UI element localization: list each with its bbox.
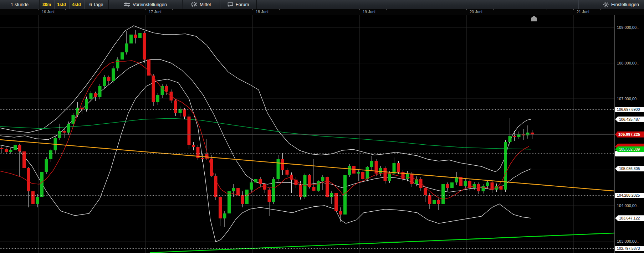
indicator-value-tag: 103.647,122 <box>615 215 644 221</box>
chart-canvas[interactable] <box>0 0 614 253</box>
axis-price-label: 103.000,00.. <box>615 239 644 244</box>
toolbar-spacer <box>257 0 578 9</box>
time-axis[interactable]: 16 Juni17 Juni18 Juni19 Juni20 Juni21 Ju… <box>0 9 644 15</box>
chart-svg <box>0 0 614 253</box>
axis-price-label: 107.000,00.. <box>615 97 644 101</box>
alert-level-tag[interactable]: 104.288,2025 <box>615 193 644 198</box>
time-label: 16 Juni <box>42 10 54 14</box>
price-axis[interactable]: 109.000,00..108.000,00..107.000,00..104.… <box>614 15 644 253</box>
alert-level-tag[interactable]: 102.797,5873 <box>615 246 644 251</box>
speech-bubble-icon <box>228 2 233 7</box>
time-label: 17 Juni <box>149 10 161 14</box>
ma-green-tag: 105.582,889 <box>615 146 644 152</box>
mittel-button[interactable]: Mittel <box>183 0 220 9</box>
last-price-tag[interactable]: 105.997,225 <box>615 131 644 138</box>
indicator-value-tag: 105.036,305 <box>615 166 644 171</box>
time-label: 19 Juni <box>363 10 375 14</box>
alert-level-tag[interactable]: 106.697,6900 <box>615 107 644 112</box>
trading-app: 1 stunde 30m 1std 4std 6 Tage Voreinstel… <box>0 0 644 253</box>
gear-icon <box>603 2 609 7</box>
time-label: 18 Juni <box>256 10 268 14</box>
voreinstellungen-button[interactable]: Voreinstellungen <box>109 0 183 9</box>
candles-down <box>0 33 534 218</box>
timeframe-current-button[interactable]: 1 stunde <box>0 0 40 9</box>
sliders-icon <box>124 2 130 7</box>
axis-price-label: 104.000,00.. <box>615 203 644 208</box>
axis-price-label: 108.000,00.. <box>615 61 644 66</box>
einstellungen-button[interactable]: Einstellungen <box>578 0 644 9</box>
bollinger-middle-line <box>0 60 531 192</box>
time-label: 20 Juni <box>470 10 482 14</box>
trendline-green <box>150 233 614 253</box>
time-label: 21 Juni <box>577 10 589 14</box>
indicator-value-tag: 106.425,487 <box>615 117 644 122</box>
trendline-orange <box>0 140 614 191</box>
timeframe-1std-button[interactable]: 1std <box>54 0 69 9</box>
timeframe-current-label: 1 stunde <box>11 2 29 7</box>
timeframe-4std-button[interactable]: 4std <box>69 0 84 9</box>
range-6tage-button[interactable]: 6 Tage <box>84 0 109 9</box>
forum-button[interactable]: Forum <box>220 0 257 9</box>
axis-price-label: 109.000,00.. <box>615 25 644 30</box>
candle-wicks <box>2 27 532 227</box>
candlestick-icon <box>191 2 197 7</box>
timeframe-30m-button[interactable]: 30m <box>40 0 54 9</box>
toolbar: 1 stunde 30m 1std 4std 6 Tage Voreinstel… <box>0 0 644 9</box>
ma-slow-green-line <box>0 118 531 149</box>
